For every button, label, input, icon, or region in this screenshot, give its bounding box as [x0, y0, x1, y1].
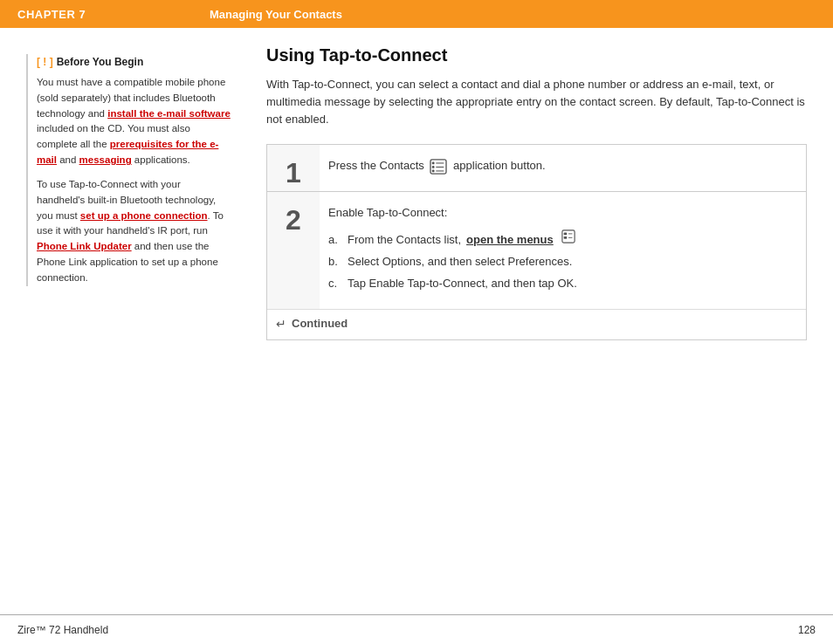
menu-icon	[561, 230, 575, 243]
step-2-sub-a-label: a.	[328, 231, 342, 250]
step-1-content: Press the Contacts application button.	[320, 145, 806, 191]
svg-rect-1	[432, 162, 435, 165]
sidebar: [ ! ] Before You Begin You must have a c…	[0, 45, 249, 614]
content-area: Using Tap-to-Connect With Tap-to-Connect…	[249, 45, 833, 614]
svg-rect-8	[563, 233, 567, 236]
step-2-sub-b: b. Select Options, and then select Prefe…	[328, 253, 792, 271]
intro-text: With Tap-to-Connect, you can select a co…	[266, 76, 807, 128]
step-2-sublist: a. From the Contacts list, open the menu…	[328, 230, 792, 292]
step-2-number: 2	[267, 192, 320, 308]
svg-rect-7	[562, 230, 575, 243]
header-chapter: CHAPTER 7	[17, 8, 210, 21]
sidebar-paragraph-2: To use Tap-to-Connect with your handheld…	[37, 177, 231, 286]
before-begin-header: [ ! ] Before You Begin	[37, 54, 231, 70]
continued-text: Continued	[292, 317, 348, 330]
sidebar-box: [ ! ] Before You Begin You must have a c…	[26, 54, 231, 286]
step-1-text-a: Press the Contacts	[328, 159, 427, 172]
continued-row: ↵ Continued	[267, 309, 806, 339]
step-2-sub-b-label: b.	[328, 253, 342, 271]
section-title: Using Tap-to-Connect	[266, 45, 807, 65]
sidebar-p1-text-c: and	[57, 154, 79, 165]
before-begin-title: Before You Begin	[57, 54, 144, 70]
header-bar: CHAPTER 7 Managing Your Contacts	[0, 0, 833, 28]
continued-icon: ↵	[276, 317, 286, 331]
step-1-number: 1	[267, 145, 320, 191]
step-2-sub-c-label: c.	[328, 275, 342, 293]
footer-right: 128	[798, 624, 816, 636]
svg-rect-3	[432, 170, 435, 173]
sidebar-paragraph-1: You must have a compatible mobile phone …	[37, 75, 231, 168]
open-menus-link[interactable]: open the menus	[466, 231, 554, 250]
setup-phone-link[interactable]: set up a phone connection	[80, 210, 208, 221]
step-1-text-b: application button.	[453, 159, 546, 172]
contacts-app-icon	[430, 159, 447, 175]
phone-link-updater-link[interactable]: Phone Link Updater	[37, 241, 132, 251]
step-2-sub-a: a. From the Contacts list, open the menu…	[328, 230, 792, 250]
step-2-content: Enable Tap-to-Connect: a. From the Conta…	[320, 192, 806, 308]
main-content: [ ! ] Before You Begin You must have a c…	[0, 28, 833, 614]
exclamation-marker: [ ! ]	[37, 54, 53, 70]
step-2-row: 2 Enable Tap-to-Connect: a. From the Con…	[267, 192, 806, 339]
install-email-software-link[interactable]: install the e-mail software	[107, 108, 231, 119]
step-2-sub-c: c. Tap Enable Tap-to-Connect, and then t…	[328, 275, 792, 293]
step-2-sub-b-text: Select Options, and then select Preferen…	[348, 253, 572, 271]
svg-rect-9	[563, 236, 567, 239]
step-2-inner: 2 Enable Tap-to-Connect: a. From the Con…	[267, 192, 806, 308]
step-2-sub-a-text-a: From the Contacts list,	[348, 231, 461, 250]
footer-left: Zire™ 72 Handheld	[17, 624, 108, 636]
header-title: Managing Your Contacts	[210, 8, 342, 21]
sidebar-p1-text-d: applications.	[132, 154, 190, 165]
step-2-sub-c-text: Tap Enable Tap-to-Connect, and then tap …	[348, 275, 577, 293]
step-1-row: 1 Press the Contacts application but	[267, 145, 806, 192]
step-2-main-text: Enable Tap-to-Connect:	[328, 204, 792, 223]
footer-bar: Zire™ 72 Handheld 128	[0, 614, 833, 644]
svg-rect-2	[432, 166, 435, 168]
messaging-link[interactable]: messaging	[79, 154, 132, 165]
steps-container: 1 Press the Contacts application but	[266, 144, 807, 339]
